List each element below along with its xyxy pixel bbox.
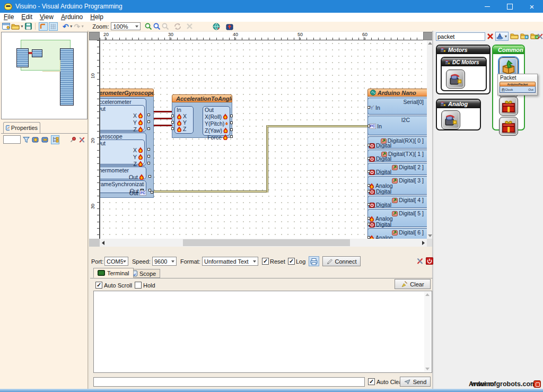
tree-view-toggle[interactable] (51, 135, 59, 144)
refresh-icon[interactable] (174, 22, 181, 31)
close-button[interactable]: × (521, 0, 543, 13)
comm-tools-icon[interactable] (416, 257, 424, 265)
panel-splitter[interactable] (87, 31, 89, 392)
wire-i2c[interactable] (267, 125, 368, 127)
overview-minimap[interactable] (1, 32, 87, 119)
filter-funnel-icon[interactable] (23, 136, 30, 143)
pin-panel-icon[interactable] (70, 136, 76, 143)
port-select[interactable]: COM5 (l (104, 257, 128, 266)
pin-i2c-out[interactable]: OutI²C (100, 189, 146, 196)
block-accelerometer-gyroscope[interactable]: elerometerGyroscope1 Accelerometer Out X… (100, 89, 154, 198)
zoom-out-icon[interactable] (153, 22, 161, 31)
pin-analog[interactable]: Analog (369, 234, 393, 239)
category-dc-motors[interactable]: DC Motors (441, 57, 487, 91)
tab-terminal[interactable]: Terminal (93, 268, 134, 278)
send-message-input[interactable] (93, 377, 365, 387)
zoom-reset-icon[interactable] (162, 22, 169, 31)
auto-scroll-checkbox[interactable] (95, 282, 102, 289)
arduino-section-digital-2[interactable]: Digital[ 2 ] Digital (367, 163, 427, 175)
pin-out-y[interactable]: Y (100, 153, 143, 160)
menu-view[interactable]: View (36, 13, 57, 21)
route-wires-toggle[interactable] (39, 22, 48, 31)
pin-digital[interactable]: Digital (369, 169, 391, 175)
collapse-all-icon[interactable] (41, 136, 49, 143)
grid-toggle[interactable] (49, 22, 58, 31)
pin-out-pitch[interactable]: Y(Pitch) (205, 120, 228, 127)
component-analog[interactable] (441, 110, 460, 129)
pin-i2c-in[interactable]: I²CIn (369, 123, 382, 129)
pin-in-x[interactable]: X (177, 113, 191, 119)
format-select[interactable]: Unformatted Text (202, 257, 258, 266)
new-project-icon[interactable] (2, 22, 10, 31)
block-header[interactable]: AccelerationToAngle1 (172, 94, 232, 102)
block-acceleration-to-angle[interactable]: AccelerationToAngle1 In X Y Z Out X(Roll… (172, 94, 232, 138)
block-header[interactable]: Arduino Nano (367, 89, 427, 97)
menu-arduino[interactable]: Arduino (57, 13, 86, 21)
component-dc-motor[interactable] (446, 69, 465, 89)
component-wizard-button[interactable]: ▼ (495, 32, 509, 41)
arduino-section-digital-3[interactable]: Digital[ 3 ] Analog Digital (367, 176, 427, 195)
terminal-scrollbar[interactable] (424, 292, 431, 372)
arduino-section-serial[interactable]: Serial[0] In S (367, 98, 427, 115)
web-update-icon[interactable] (213, 22, 220, 31)
pin-digital[interactable]: Digital (369, 188, 391, 195)
scrollbar-thumb[interactable] (183, 239, 350, 246)
component-search-input[interactable] (436, 32, 485, 41)
pin-digital[interactable]: Digital (369, 142, 391, 149)
panel-tools-icon[interactable] (78, 136, 85, 143)
block-header[interactable]: elerometerGyroscope1 (100, 89, 154, 97)
pin-digital[interactable]: Digital (369, 155, 391, 162)
auto-clear-checkbox[interactable] (368, 378, 375, 385)
connect-button[interactable]: Connect (322, 256, 361, 266)
canvas-horizontal-scrollbar[interactable] (100, 239, 427, 247)
log-file-icon[interactable] (309, 256, 319, 266)
pin-digital[interactable]: Digital (369, 221, 391, 228)
pin-out-yaw[interactable]: Z(Yaw) (205, 127, 228, 134)
pin-out-x[interactable]: X (100, 146, 143, 153)
pin-in-z[interactable]: Z (177, 126, 191, 132)
pin-out-x[interactable]: X (100, 112, 143, 119)
arduino-section-digital-rx0[interactable]: Digital(RX)[ 0 ] Digital (367, 136, 427, 149)
open-library-icon[interactable] (510, 33, 519, 39)
expand-all-icon[interactable] (32, 136, 39, 143)
pin-out-roll[interactable]: X(Roll) (205, 113, 228, 120)
category-analog[interactable]: Analog (436, 99, 481, 130)
open-project-icon[interactable]: ▼ (11, 22, 24, 31)
wire-i2c[interactable] (266, 125, 268, 193)
design-canvas[interactable]: elerometerGyroscope1 Accelerometer Out X… (100, 40, 427, 239)
properties-filter-input[interactable] (3, 135, 21, 144)
arduino-section-digital-tx1[interactable]: Digital(TX)[ 1 ] Digital (367, 150, 427, 162)
speed-select[interactable]: 9600 (152, 257, 177, 266)
pin-out-force[interactable]: Force (205, 134, 228, 141)
pin-in-y[interactable]: Y (177, 119, 191, 126)
component-packet-binary[interactable] (499, 97, 518, 116)
pin-digital[interactable]: Digital (369, 202, 391, 208)
send-button[interactable]: Send (400, 377, 431, 387)
panel-splitter[interactable] (432, 31, 434, 392)
log-checkbox[interactable] (288, 258, 295, 265)
arduino-section-digital-5[interactable]: Digital[ 5 ] Analog Digital (367, 209, 427, 227)
maximize-button[interactable] (498, 0, 521, 13)
add-library-icon[interactable] (520, 33, 529, 39)
disconnect-power-icon[interactable] (426, 257, 433, 265)
arduino-section-digital-4[interactable]: Digital[ 4 ] Digital (367, 196, 427, 208)
pin-out-y[interactable]: Y (100, 119, 143, 126)
arduino-section-i2c[interactable]: I2C I²CIn F (367, 116, 427, 135)
category-motors[interactable]: Motors DC Motors (436, 45, 491, 94)
redo-icon[interactable]: ↷▼ (74, 22, 85, 31)
delete-icon[interactable] (186, 22, 193, 31)
menu-help[interactable]: Help (86, 13, 107, 21)
pin-out-z[interactable]: Z (100, 126, 143, 133)
pin-serial-in[interactable]: In (369, 104, 380, 111)
hold-checkbox[interactable] (135, 282, 142, 289)
zoom-in-icon[interactable] (145, 22, 152, 31)
arduino-section-digital-6[interactable]: Digital[ 6 ] Analog (367, 228, 427, 239)
menu-edit[interactable]: Edit (17, 13, 36, 21)
minimize-button[interactable] (476, 0, 498, 13)
clear-button[interactable]: Clear (395, 279, 431, 289)
block-arduino-nano[interactable]: Arduino Nano Serial[0] In S I2C I²CIn F … (367, 89, 427, 239)
save-project-icon[interactable] (25, 22, 32, 31)
wire-y[interactable] (153, 118, 174, 119)
component-packet-text[interactable] (499, 117, 518, 136)
upload-to-board-icon[interactable] (226, 22, 233, 31)
